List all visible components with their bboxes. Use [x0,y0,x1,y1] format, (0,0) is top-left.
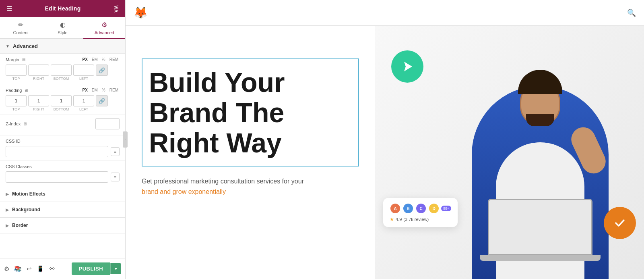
hero-subtext-line1: Get professional marketing consultation … [142,178,304,185]
margin-inputs: 🔗 [6,65,120,76]
padding-unit-rem[interactable]: REM [108,87,120,93]
laptop-screen [488,199,592,255]
padding-bottom-input[interactable] [51,95,72,106]
css-id-label-row: CSS ID [6,139,120,144]
padding-right-label: RIGHT [28,107,49,111]
publish-group: PUBLISH ▼ [72,262,121,275]
advanced-tab-icon: ⚙ [101,21,107,29]
tab-advanced[interactable]: ⚙ Advanced [83,17,125,39]
avatar-1: A [390,203,401,214]
rating-stars: ★ 4.9 (3.7k review) [390,217,451,222]
publish-button[interactable]: PUBLISH [72,262,111,275]
margin-unit-pct[interactable]: % [101,57,107,62]
padding-bottom-label: BOTTOM [51,107,72,111]
panel-header: ☰ Edit Heading ⋚ [0,0,125,17]
person-container [464,46,617,279]
laptop-screen-content [489,200,591,254]
margin-bottom-input[interactable] [51,65,72,76]
hero-heading-box[interactable]: Build Your Brand The Right Way [142,58,359,167]
hero-right: A B C D 98+ ★ 4.9 (3.7k review) [375,26,644,279]
margin-unit-rem[interactable]: REM [108,57,120,62]
person-beard [526,114,554,126]
settings-icon[interactable]: ⚙ [4,265,9,273]
tab-style[interactable]: ◐ Style [42,17,84,39]
css-classes-list-icon[interactable]: ≡ [111,173,120,181]
orange-check-circle [604,207,636,239]
advanced-section-header[interactable]: ▼ Advanced [0,39,125,54]
advanced-section-label: Advanced [13,43,38,49]
content-tab-icon: ✏ [18,21,23,29]
padding-unit-px[interactable]: PX [81,87,89,93]
tab-bar: ✏ Content ◐ Style ⚙ Advanced [0,17,125,39]
padding-right-input[interactable] [28,95,49,106]
padding-left-label: LEFT [73,107,94,111]
nav-logo: 🦊 [134,6,148,19]
responsive-icon[interactable]: 📱 [37,265,44,273]
z-index-input[interactable] [95,118,120,129]
hamburger-icon[interactable]: ☰ [6,5,12,12]
top-nav: 🦊 🔍 [126,0,644,26]
hero-left: Build Your Brand The Right Way Get profe… [126,26,375,279]
background-header[interactable]: ▶ Background [0,202,125,217]
search-icon[interactable]: 🔍 [627,8,636,17]
css-classes-field: CSS Classes ≡ [0,161,125,186]
margin-monitor-icon: 🖥 [21,57,26,62]
margin-left-label: LEFT [73,77,94,81]
tab-style-label: Style [58,30,67,35]
margin-unit-px[interactable]: PX [81,57,89,62]
style-tab-icon: ◐ [60,21,66,29]
border-header[interactable]: ▶ Border [0,218,125,233]
padding-label-row: Padding 🖥 PX EM % REM [6,87,120,93]
padding-field: Padding 🖥 PX EM % REM 🔗 TOP RIGHT [0,84,125,115]
margin-left-input[interactable] [73,65,94,76]
tab-content[interactable]: ✏ Content [0,17,42,39]
motion-effects-section: ▶ Motion Effects [0,186,125,202]
css-id-input-row: ≡ [6,146,120,157]
padding-unit-em[interactable]: EM [91,87,99,93]
padding-inputs: 🔗 [6,95,120,106]
padding-left-input[interactable] [73,95,94,106]
css-id-list-icon[interactable]: ≡ [111,147,120,156]
margin-link-button[interactable]: 🔗 [96,65,108,76]
padding-input-labels: TOP RIGHT BOTTOM LEFT [6,107,120,111]
css-classes-input-row: ≡ [6,171,120,183]
hero-subtext-link[interactable]: brand and grow exponentially [142,188,226,195]
css-id-input[interactable] [6,146,108,157]
resize-handle[interactable]: ⋮ [123,131,128,148]
person-hair [518,70,562,94]
preview-icon[interactable]: 👁 [49,265,55,272]
panel-content: ▼ Advanced Margin 🖥 PX EM % REM [0,39,125,279]
padding-link-button[interactable]: 🔗 [96,95,108,106]
motion-effects-label: Motion Effects [12,191,45,197]
padding-top-input[interactable] [6,95,27,106]
history-icon[interactable]: ↩ [27,265,32,273]
motion-effects-header[interactable]: ▶ Motion Effects [0,186,125,202]
rating-score: 4.9 [396,217,402,222]
grid-icon[interactable]: ⋚ [114,5,119,12]
laptop-base [480,255,601,261]
rating-reviews: (3.7k review) [403,217,429,222]
avatar-3: C [415,203,427,214]
bottom-bar: ⚙ 📚 ↩ 📱 👁 PUBLISH ▼ [0,258,125,279]
margin-top-input[interactable] [6,65,27,76]
margin-unit-switcher: PX EM % REM [81,57,120,62]
padding-unit-pct[interactable]: % [101,87,107,93]
z-index-field: Z-Index 🖥 [0,115,125,135]
publish-dropdown-button[interactable]: ▼ [110,263,121,274]
margin-right-input[interactable] [28,65,49,76]
motion-arrow-icon: ▶ [6,192,9,196]
margin-label: Margin 🖥 [6,57,26,62]
tab-advanced-label: Advanced [95,30,114,35]
layers-icon[interactable]: 📚 [14,265,22,273]
main-area: 🦊 🔍 Build Your Brand The Right Way Get p… [126,0,644,279]
z-index-label: Z-Index 🖥 [6,121,27,126]
star-icon: ★ [390,217,394,222]
z-index-label-row: Z-Index 🖥 [6,118,120,129]
css-id-field: CSS ID ≡ [0,135,125,161]
margin-right-label: RIGHT [28,77,49,81]
css-classes-input[interactable] [6,171,108,183]
background-label: Background [12,207,40,212]
margin-unit-em[interactable]: EM [91,57,99,62]
background-arrow-icon: ▶ [6,208,9,212]
margin-field: Margin 🖥 PX EM % REM 🔗 TOP RIGHT [0,54,125,84]
